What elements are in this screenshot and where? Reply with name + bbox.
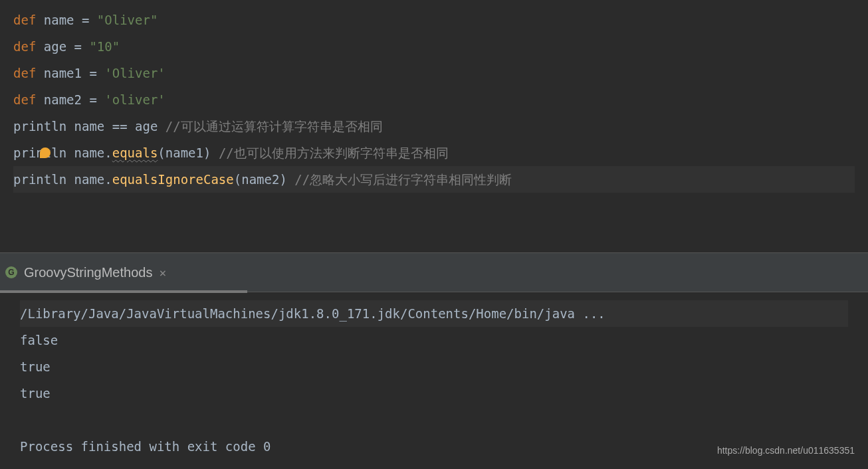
code-token: "10"	[89, 39, 120, 54]
code-token: "Oliver"	[97, 13, 158, 27]
code-token: println name.	[13, 145, 112, 160]
run-tab-bar: G GroovyStringMethods ×	[0, 252, 868, 292]
code-line: println name.equalsIgnoreCase(name2) //忽…	[13, 166, 855, 193]
code-token: name2	[44, 92, 90, 107]
console-line: true	[20, 380, 848, 407]
code-token: (name2)	[234, 172, 295, 187]
code-line: println name == age //可以通过运算符计算字符串是否相同	[13, 113, 855, 140]
groovy-icon: G	[5, 266, 17, 278]
code-token: def	[13, 13, 44, 27]
code-token: name1	[44, 66, 90, 80]
console-line: true	[20, 353, 848, 380]
code-token: =	[74, 39, 90, 54]
code-token: def	[13, 92, 44, 107]
code-token: equalsIgnoreCase	[112, 172, 234, 187]
code-editor[interactable]: def name = "Oliver"def age = "10"def nam…	[0, 0, 868, 252]
code-token: //可以通过运算符计算字符串是否相同	[165, 119, 383, 134]
console-line: false	[20, 327, 848, 353]
code-token: name	[44, 13, 82, 27]
code-token: equals	[112, 145, 158, 160]
code-line: println name.equals(name1) //也可以使用方法来判断字…	[13, 140, 855, 166]
code-token: println name == age	[13, 119, 165, 134]
code-line: def name = "Oliver"	[13, 7, 855, 33]
code-token: =	[89, 92, 104, 107]
intention-bulb-icon[interactable]	[40, 147, 51, 158]
code-token: def	[13, 39, 44, 54]
watermark: https://blog.csdn.net/u011635351	[717, 437, 855, 464]
console-line	[20, 407, 848, 433]
code-token: def	[13, 66, 44, 80]
code-token: (name1)	[158, 145, 219, 160]
code-line: def age = "10"	[13, 33, 855, 60]
code-token: println name.	[13, 172, 112, 187]
code-token: =	[82, 13, 97, 27]
run-tab-title[interactable]: GroovyStringMethods	[24, 265, 152, 280]
console-output[interactable]: /Library/Java/JavaVirtualMachines/jdk1.8…	[0, 292, 868, 468]
code-token: =	[89, 66, 104, 80]
code-token: //也可以使用方法来判断字符串是否相同	[219, 145, 449, 160]
code-token: 'oliver'	[104, 92, 165, 107]
code-token: age	[44, 39, 74, 54]
code-token: //忽略大小写后进行字符串相同性判断	[294, 172, 512, 187]
code-token: 'Oliver'	[104, 66, 165, 80]
console-command: /Library/Java/JavaVirtualMachines/jdk1.8…	[20, 300, 848, 327]
close-icon[interactable]: ×	[159, 266, 166, 280]
code-line: def name2 = 'oliver'	[13, 86, 855, 113]
code-line: def name1 = 'Oliver'	[13, 60, 855, 86]
